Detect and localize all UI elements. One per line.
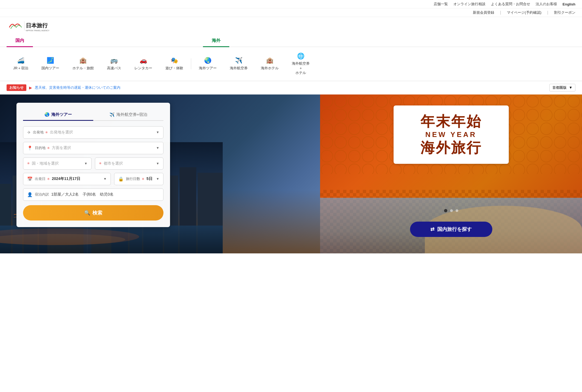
nights-required: ※ <box>142 177 144 181</box>
logo-svg: 日本旅行 NIPPON TRAVEL AGENCY <box>7 19 61 33</box>
overseas-hotel-icon: 🏨 <box>266 57 273 64</box>
subnav-overseas-tour-label: 海外ツアー <box>199 66 217 71</box>
tab-flight-label: 海外航空券+宿泊 <box>116 112 148 117</box>
search-button[interactable]: 🔍 検索 <box>23 205 163 221</box>
store-list-link[interactable]: 店舗一覧 <box>434 2 448 7</box>
tab-domestic[interactable]: 国内 <box>7 35 33 47</box>
subnav-activities[interactable]: 🎭 遊び・体験 <box>159 55 190 73</box>
newyear-line3: 海外旅行 <box>405 140 498 156</box>
nights-dropdown-icon: ▼ <box>156 177 159 181</box>
departure-dropdown-icon: ▼ <box>103 177 107 181</box>
flight-hotel-icon: 🌐 <box>297 53 304 60</box>
corporate-link[interactable]: 法人のお客様 <box>536 2 557 7</box>
city-field[interactable]: ※ 都市を選択 ▼ <box>95 158 163 170</box>
hero-left-panel: 🌏 海外ツアー ✈️ 海外航空券+宿泊 ✈ 出発地 ※ 出発地を選択 ▼ 📍 目… <box>0 95 320 253</box>
tab-overseas[interactable]: 海外 <box>203 35 229 47</box>
search-card: 🌏 海外ツアー ✈️ 海外航空券+宿泊 ✈ 出発地 ※ 出発地を選択 ▼ 📍 目… <box>16 103 170 227</box>
subnav-jr-stay[interactable]: 🚄 JR＋宿泊 <box>7 55 35 73</box>
faq-link[interactable]: よくある質問・お問合せ <box>491 2 530 7</box>
svg-text:NIPPON TRAVEL AGENCY: NIPPON TRAVEL AGENCY <box>26 30 50 32</box>
subnav-flight-hotel[interactable]: 🌐 海外航空券＋ホテル <box>285 50 316 78</box>
activity-icon: 🎭 <box>171 57 178 64</box>
subnav-overseas-flight[interactable]: ✈️ 海外航空券 <box>223 55 254 73</box>
flight-tab-icon: ✈️ <box>109 112 115 117</box>
hotel-icon: 🏨 <box>79 57 87 64</box>
logo[interactable]: 日本旅行 NIPPON TRAVEL AGENCY <box>7 19 61 33</box>
lock-icon: 🔒 <box>118 176 124 182</box>
search-icon: 🔍 <box>84 210 90 216</box>
city-value: 都市を選択 <box>104 161 156 166</box>
newyear-line1: 年末年始 <box>405 114 498 129</box>
guests-field[interactable]: 👤 宿泊内訳 1部屋／大人2名 子供0名 幼児0名 <box>23 188 163 201</box>
online-consult-link[interactable]: オンライン旅行相談 <box>453 2 485 7</box>
subnav-bus[interactable]: 🚌 高速バス <box>100 55 128 73</box>
subnav-flight-hotel-label: 海外航空券＋ホテル <box>292 61 310 75</box>
subnav-hotel[interactable]: 🏨 ホテル・旅館 <box>66 55 100 73</box>
subnav-overseas-hotel[interactable]: 🏨 海外ホテル <box>254 55 285 73</box>
country-value: 国・地域を選択 <box>32 161 84 166</box>
destination-label: 目的地 <box>35 145 46 150</box>
departure-required: ※ <box>47 177 50 181</box>
subnav-overseas-flight-label: 海外航空券 <box>230 66 248 71</box>
plane-icon: ✈ <box>27 130 31 135</box>
region-select[interactable]: 首都圏版 ▼ <box>549 84 575 91</box>
flight-icon: ✈️ <box>235 57 242 64</box>
tab-overseas-tour[interactable]: 🌏 海外ツアー <box>23 109 93 121</box>
subnav-hotel-label: ホテル・旅館 <box>72 66 94 71</box>
tab-tour-label: 海外ツアー <box>51 112 72 117</box>
destination-field[interactable]: 📍 目的地 ※ 方面を選択 ▼ <box>23 142 163 154</box>
subnav-bus-label: 高速バス <box>107 66 121 71</box>
bus-icon: 🚌 <box>110 57 118 64</box>
nav-separator: ｜ <box>499 10 502 15</box>
notice-arrow-icon: ▶ <box>29 85 32 90</box>
tab-overseas-flight[interactable]: ✈️ 海外航空券+宿泊 <box>93 109 163 120</box>
domestic-travel-button[interactable]: ⇄ 国内旅行を探す <box>410 222 492 237</box>
nights-value: 5日 <box>146 176 156 181</box>
origin-dropdown-icon: ▼ <box>156 130 159 134</box>
destination-dropdown-icon: ▼ <box>156 146 159 150</box>
subnav-rental-car[interactable]: 🚗 レンタカー <box>128 55 159 73</box>
carousel-dots <box>444 209 458 212</box>
subnav-car-label: レンタカー <box>134 66 152 71</box>
subnav-overseas-tour[interactable]: 🌏 海外ツアー <box>192 55 223 73</box>
notice-badge: お知らせ <box>7 84 26 91</box>
date-row: 📅 出発日 ※ 2024年11月17日 ▼ 🔒 旅行日数 ※ 5日 ▼ <box>23 173 163 185</box>
arrows-icon: ⇄ <box>430 226 434 232</box>
sub-navigation: 🚄 JR＋宿泊 🗾 国内ツアー 🏨 ホテル・旅館 🚌 高速バス 🚗 レンタカー … <box>0 47 582 81</box>
departure-date-field[interactable]: 📅 出発日 ※ 2024年11月17日 ▼ <box>23 173 111 185</box>
subnav-activity-label: 遊び・体験 <box>165 66 183 71</box>
departure-label: 出発日 <box>35 176 46 181</box>
city-required: ※ <box>99 162 101 165</box>
mypage-link[interactable]: マイページ(予約確認) <box>507 10 541 15</box>
guests-label: 宿泊内訳 <box>35 192 49 197</box>
search-tabs: 🌏 海外ツアー ✈️ 海外航空券+宿泊 <box>23 109 163 121</box>
subnav-overseas-hotel-label: 海外ホテル <box>261 66 279 71</box>
map-icon: 🗾 <box>47 57 54 64</box>
country-field[interactable]: ※ 国・地域を選択 ▼ <box>23 158 92 170</box>
hero-section: 🌏 海外ツアー ✈️ 海外航空券+宿泊 ✈ 出発地 ※ 出発地を選択 ▼ 📍 目… <box>0 95 582 253</box>
carousel-dot-3[interactable] <box>456 209 458 212</box>
train-icon: 🚄 <box>17 57 24 64</box>
destination-value: 方面を選択 <box>52 145 156 150</box>
globe-icon: 🌏 <box>204 57 211 64</box>
register-link[interactable]: 新規会員登録 <box>473 10 494 15</box>
svg-text:日本旅行: 日本旅行 <box>26 22 48 28</box>
hero-right-panel: 年末年始 NEW YEAR 海外旅行 ⇄ 国内旅行を探す <box>320 95 582 253</box>
region-value: 首都圏版 <box>552 85 567 90</box>
origin-field[interactable]: ✈ 出発地 ※ 出発地を選択 ▼ <box>23 126 163 139</box>
country-required: ※ <box>27 162 30 165</box>
carousel-dot-2[interactable] <box>450 209 453 212</box>
nights-field[interactable]: 🔒 旅行日数 ※ 5日 ▼ <box>114 173 163 185</box>
country-dropdown-icon: ▼ <box>84 162 87 165</box>
subnav-domestic-tour[interactable]: 🗾 国内ツアー <box>35 55 66 73</box>
origin-required: ※ <box>45 131 48 134</box>
notice-bar: お知らせ ▶ 悪天候、災害発生時等の遅延・運休についてのご案内 首都圏版 ▼ <box>0 81 582 95</box>
coupon-link[interactable]: 割引クーポン <box>554 10 575 15</box>
globe-tab-icon: 🌏 <box>44 112 50 117</box>
english-link[interactable]: English <box>563 2 575 6</box>
top-navigation: 店舗一覧 オンライン旅行相談 よくある質問・お問合せ 法人のお客様 Englis… <box>0 0 582 8</box>
country-city-row: ※ 国・地域を選択 ▼ ※ 都市を選択 ▼ <box>23 158 163 170</box>
car-icon: 🚗 <box>140 57 147 64</box>
carousel-dot-1[interactable] <box>444 209 447 212</box>
notice-link[interactable]: 悪天候、災害発生時等の遅延・運休についてのご案内 <box>35 85 120 90</box>
